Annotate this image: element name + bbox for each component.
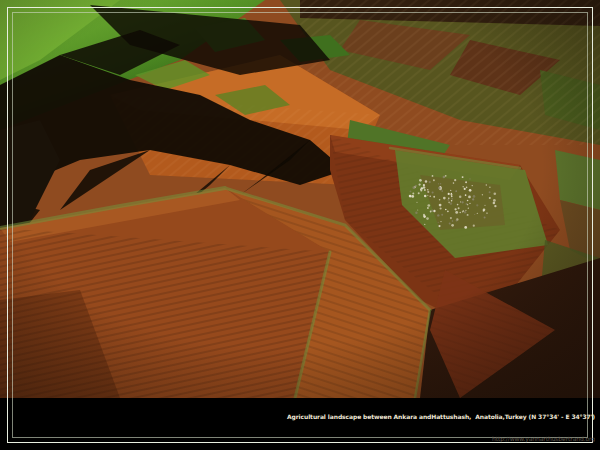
caption: Agricultural landscape between Ankara an… <box>287 399 595 450</box>
wallpaper: Agricultural landscape between Ankara an… <box>0 0 600 450</box>
caption-title: Agricultural landscape between Ankara an… <box>287 413 595 420</box>
caption-url: http://www.yannarthusbertrand.org <box>287 435 595 442</box>
aerial-photo-art <box>0 0 600 398</box>
aerial-photo <box>0 0 600 398</box>
vignette <box>0 0 600 398</box>
